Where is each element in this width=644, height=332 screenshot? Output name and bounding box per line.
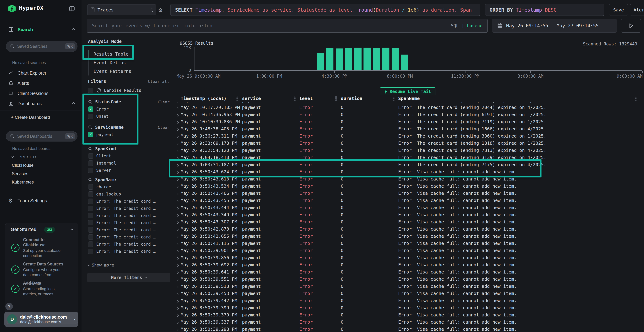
saved-dashboards-search[interactable]: ⌘K <box>6 131 78 142</box>
filter-option-error-the-credit-card-[interactable]: Error: The credit card … <box>88 240 170 248</box>
column-resize-handle[interactable] <box>335 96 337 101</box>
preset-services[interactable]: Services <box>12 171 28 176</box>
row-expand-chevron-icon[interactable] <box>175 276 181 282</box>
filter-option-error-the-credit-card-[interactable]: Error: The credit card … <box>88 198 170 205</box>
clear-all-button[interactable]: Clear all <box>148 79 170 84</box>
preset-clickhouse[interactable]: ClickHouse <box>12 163 34 168</box>
filter-option-client[interactable]: Client <box>88 152 170 160</box>
table-row[interactable]: May 26 8:50:39.337 PMpaymentError0Error:… <box>175 318 644 326</box>
table-row[interactable]: May 26 8:50:43.349 PMpaymentError0Error:… <box>175 211 644 218</box>
table-row[interactable]: May 26 10:18:21.843 PMpaymentError0Error… <box>175 102 644 104</box>
table-row[interactable]: May 26 8:50:39.379 PMpaymentError0Error:… <box>175 311 644 318</box>
row-expand-chevron-icon[interactable] <box>175 241 181 246</box>
column-header-timestamp[interactable]: Timestamp (Local) <box>175 96 242 101</box>
sidebar-collapse-icon[interactable] <box>69 5 75 12</box>
get-started-item[interactable]: ✓Create Data SourcesConfigure where your… <box>11 262 74 278</box>
column-resize-handle[interactable] <box>236 96 238 101</box>
row-expand-chevron-icon[interactable] <box>175 102 181 103</box>
presets-toggle[interactable]: PRESETS <box>0 154 82 160</box>
table-row[interactable]: May 26 8:50:43.534 PMpaymentError0Error:… <box>175 182 644 190</box>
column-header-duration[interactable]: duration <box>341 96 398 101</box>
table-row[interactable]: May 26 10:10:39.836 PMpaymentError0Error… <box>175 118 644 125</box>
checkbox[interactable] <box>88 184 94 190</box>
source-settings-gear-icon[interactable]: ⚙ <box>158 5 162 16</box>
chevron-up-icon[interactable] <box>70 228 73 232</box>
sidebar-item-client-sessions[interactable]: Client Sessions <box>0 88 82 98</box>
table-row[interactable]: May 26 9:32:54.120 PMpaymentError0Error:… <box>175 147 644 154</box>
user-account-chip[interactable]: D dale@clickhouse.com dale@clickhouse.co… <box>4 312 78 327</box>
row-expand-chevron-icon[interactable] <box>175 126 181 132</box>
filter-option-error-the-credit-card-[interactable]: Error: The credit card … <box>88 205 170 212</box>
checkbox[interactable] <box>88 198 94 204</box>
table-row[interactable]: May 26 8:50:39.453 PMpaymentError0Error:… <box>175 290 644 297</box>
row-expand-chevron-icon[interactable] <box>175 140 181 146</box>
table-row[interactable]: May 26 9:33:09.173 PMpaymentError0Error:… <box>175 140 644 147</box>
column-header-service[interactable]: service <box>242 96 299 101</box>
order-by-input[interactable]: ORDER BY Timestamp DESC <box>485 4 604 16</box>
row-expand-chevron-icon[interactable] <box>175 112 181 117</box>
create-dashboard-button[interactable]: + Create Dashboard <box>0 113 82 122</box>
checkbox[interactable] <box>88 213 94 218</box>
column-resize-handle[interactable] <box>294 96 296 101</box>
resume-live-tail-button[interactable]: Resume Live Tail <box>380 87 436 96</box>
column-header-spanname[interactable]: SpanName <box>398 96 644 101</box>
row-expand-chevron-icon[interactable] <box>175 219 181 224</box>
row-expand-chevron-icon[interactable] <box>175 255 181 260</box>
row-expand-chevron-icon[interactable] <box>175 291 181 296</box>
table-row[interactable]: May 26 8:50:41.115 PMpaymentError0Error:… <box>175 240 644 247</box>
event-search-bar[interactable]: SQL | Lucene <box>87 19 488 32</box>
column-header-level[interactable]: level <box>299 96 341 101</box>
row-expand-chevron-icon[interactable] <box>175 320 181 325</box>
row-expand-chevron-icon[interactable] <box>175 205 181 210</box>
sidebar-item-chart-explorer[interactable]: Chart Explorer <box>0 68 82 78</box>
table-row[interactable]: May 26 8:50:39.551 PMpaymentError0Error:… <box>175 276 644 283</box>
row-expand-chevron-icon[interactable] <box>175 191 181 196</box>
checkbox[interactable] <box>88 249 94 254</box>
checkbox[interactable] <box>88 234 94 240</box>
source-select[interactable]: Traces <box>87 4 156 16</box>
histogram-plot[interactable]: May 26 9:00:00 AM1:00:00 PM4:30:00 PM8:0… <box>194 47 642 71</box>
preset-kubernetes[interactable]: Kubernetes <box>12 180 34 184</box>
row-expand-chevron-icon[interactable] <box>175 134 181 139</box>
lang-toggle-sql[interactable]: SQL <box>451 23 458 28</box>
table-row[interactable]: May 26 8:50:39.298 PMpaymentError0Error:… <box>175 326 644 332</box>
column-resize-handle[interactable] <box>393 96 394 101</box>
table-row[interactable]: May 26 8:50:39.856 PMpaymentError0Error:… <box>175 254 644 261</box>
row-expand-chevron-icon[interactable] <box>175 212 181 217</box>
saved-searches-input[interactable] <box>17 44 58 49</box>
filter-option-charge[interactable]: charge <box>88 183 170 190</box>
filter-option-internal[interactable]: Internal <box>88 160 170 167</box>
filter-option-error-the-credit-card-[interactable]: Error: The credit card … <box>88 212 170 219</box>
sql-query-input[interactable]: SELECT Timestamp, ServiceName as service… <box>170 4 480 16</box>
row-expand-chevron-icon[interactable] <box>175 262 181 268</box>
column-options-handle[interactable] <box>635 96 636 101</box>
filter-option-dns-lookup[interactable]: dns.lookup <box>88 190 170 198</box>
table-row[interactable]: May 26 8:50:43.444 PMpaymentError0Error:… <box>175 204 644 211</box>
get-started-item[interactable]: ✓Connect to ClickHouseSet up your databa… <box>11 237 74 258</box>
table-row[interactable]: May 26 8:50:39.442 PMpaymentError0Error:… <box>175 297 644 304</box>
row-expand-chevron-icon[interactable] <box>175 298 181 303</box>
table-row[interactable]: May 26 8:50:39.513 PMpaymentError0Error:… <box>175 283 644 290</box>
table-row[interactable]: May 26 10:14:36.963 PMpaymentError0Error… <box>175 111 644 118</box>
row-expand-chevron-icon[interactable] <box>175 305 181 310</box>
save-button[interactable]: Save <box>609 4 628 16</box>
filter-option-server[interactable]: Server <box>88 167 170 174</box>
saved-dashboards-input[interactable] <box>17 134 58 139</box>
checkbox[interactable] <box>88 160 94 166</box>
checkbox[interactable] <box>88 153 94 159</box>
checkbox[interactable] <box>88 168 94 173</box>
checkbox[interactable] <box>88 220 94 226</box>
table-row[interactable]: May 26 8:50:42.878 PMpaymentError0Error:… <box>175 226 644 232</box>
checkbox[interactable] <box>88 206 94 211</box>
table-row[interactable]: May 26 9:36:27.311 PMpaymentError0Error:… <box>175 132 644 140</box>
sidebar-item-dashboards[interactable]: Dashboards <box>0 98 82 108</box>
row-expand-chevron-icon[interactable] <box>175 184 181 189</box>
sidebar-item-search[interactable]: Search <box>0 23 82 36</box>
table-row[interactable]: May 26 8:50:39.692 PMpaymentError0Error:… <box>175 261 644 268</box>
table-row[interactable]: May 26 8:50:39.901 PMpaymentError0Error:… <box>175 247 644 254</box>
checkbox[interactable] <box>88 192 94 197</box>
table-row[interactable]: May 26 9:48:38.405 PMpaymentError0Error:… <box>175 125 644 132</box>
row-expand-chevron-icon[interactable] <box>175 327 181 332</box>
denoise-results-checkbox[interactable]: Denoise Results <box>88 87 141 94</box>
date-range-picker[interactable]: May 26 09:14:55 - May 27 09:14:55 <box>492 19 617 32</box>
